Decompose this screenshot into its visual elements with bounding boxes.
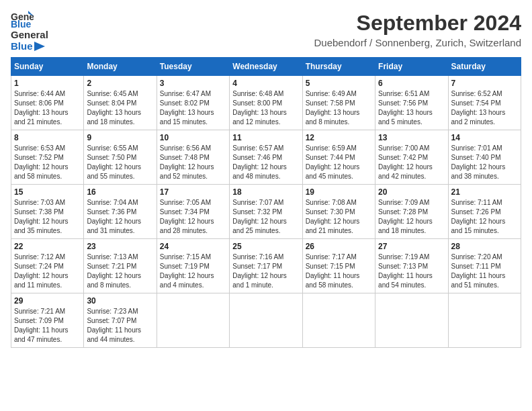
logo-general: General	[11, 30, 48, 41]
table-row: 13 Sunrise: 7:00 AM Sunset: 7:42 PM Dayl…	[375, 130, 448, 185]
day-number: 24	[160, 242, 226, 251]
table-row: 20 Sunrise: 7:09 AM Sunset: 7:28 PM Dayl…	[375, 185, 448, 239]
table-row: 24 Sunrise: 7:15 AM Sunset: 7:19 PM Dayl…	[157, 239, 229, 293]
title-area: September 2024 Duebendorf / Sonnenberg, …	[314, 11, 521, 48]
table-row	[375, 293, 448, 348]
day-number: 13	[378, 133, 445, 142]
cell-info: Sunrise: 7:17 AM Sunset: 7:15 PM Dayligh…	[306, 253, 372, 290]
table-row: 11 Sunrise: 6:57 AM Sunset: 7:46 PM Dayl…	[230, 130, 302, 185]
cell-info: Sunrise: 7:09 AM Sunset: 7:28 PM Dayligh…	[378, 198, 445, 236]
cell-info: Sunrise: 6:51 AM Sunset: 7:56 PM Dayligh…	[378, 89, 445, 127]
day-number: 18	[232, 187, 299, 197]
cell-info: Sunrise: 6:59 AM Sunset: 7:44 PM Dayligh…	[306, 144, 372, 181]
month-title: September 2024	[314, 11, 521, 36]
week-row-3: 15 Sunrise: 7:03 AM Sunset: 7:38 PM Dayl…	[11, 185, 521, 239]
day-number: 16	[87, 187, 153, 197]
week-row-1: 1 Sunrise: 6:44 AM Sunset: 8:06 PM Dayli…	[11, 76, 521, 130]
day-number: 1	[14, 79, 81, 88]
table-row: 22 Sunrise: 7:12 AM Sunset: 7:24 PM Dayl…	[11, 239, 84, 293]
cell-info: Sunrise: 7:21 AM Sunset: 7:09 PM Dayligh…	[14, 307, 81, 345]
table-row	[448, 293, 521, 348]
col-tuesday: Tuesday	[157, 58, 229, 76]
day-number: 5	[306, 79, 372, 88]
cell-info: Sunrise: 7:03 AM Sunset: 7:38 PM Dayligh…	[14, 198, 81, 236]
table-row: 3 Sunrise: 6:47 AM Sunset: 8:02 PM Dayli…	[157, 76, 229, 130]
day-number: 30	[87, 296, 153, 306]
cell-info: Sunrise: 6:44 AM Sunset: 8:06 PM Dayligh…	[14, 89, 81, 127]
day-number: 20	[378, 187, 445, 197]
day-number: 26	[306, 242, 372, 251]
day-number: 23	[87, 242, 153, 251]
page-header: General Blue General Blue September 2024…	[11, 11, 521, 52]
table-row: 1 Sunrise: 6:44 AM Sunset: 8:06 PM Dayli…	[11, 76, 84, 130]
table-row: 10 Sunrise: 6:56 AM Sunset: 7:48 PM Dayl…	[157, 130, 229, 185]
table-row: 28 Sunrise: 7:20 AM Sunset: 7:11 PM Dayl…	[448, 239, 521, 293]
cell-info: Sunrise: 6:49 AM Sunset: 7:58 PM Dayligh…	[306, 89, 372, 127]
calendar-table: Sunday Monday Tuesday Wednesday Thursday…	[11, 57, 521, 348]
logo-icon: General Blue	[11, 11, 34, 28]
day-number: 11	[232, 133, 299, 142]
day-number: 9	[87, 133, 153, 142]
logo-chevron-icon	[34, 42, 45, 51]
calendar-header-row: Sunday Monday Tuesday Wednesday Thursday…	[11, 58, 521, 76]
cell-info: Sunrise: 7:07 AM Sunset: 7:32 PM Dayligh…	[232, 198, 299, 236]
cell-info: Sunrise: 7:01 AM Sunset: 7:40 PM Dayligh…	[451, 144, 518, 181]
col-friday: Friday	[375, 58, 448, 76]
table-row: 23 Sunrise: 7:13 AM Sunset: 7:21 PM Dayl…	[84, 239, 157, 293]
table-row: 4 Sunrise: 6:48 AM Sunset: 8:00 PM Dayli…	[230, 76, 302, 130]
cell-info: Sunrise: 7:23 AM Sunset: 7:07 PM Dayligh…	[87, 307, 153, 345]
cell-info: Sunrise: 7:19 AM Sunset: 7:13 PM Dayligh…	[378, 253, 445, 290]
cell-info: Sunrise: 7:00 AM Sunset: 7:42 PM Dayligh…	[378, 144, 445, 181]
day-number: 15	[14, 187, 81, 197]
day-number: 12	[306, 133, 372, 142]
table-row: 8 Sunrise: 6:53 AM Sunset: 7:52 PM Dayli…	[11, 130, 84, 185]
table-row: 19 Sunrise: 7:08 AM Sunset: 7:30 PM Dayl…	[302, 185, 375, 239]
table-row: 29 Sunrise: 7:21 AM Sunset: 7:09 PM Dayl…	[11, 293, 84, 348]
col-monday: Monday	[84, 58, 157, 76]
table-row: 26 Sunrise: 7:17 AM Sunset: 7:15 PM Dayl…	[302, 239, 375, 293]
day-number: 4	[232, 79, 299, 88]
day-number: 22	[14, 242, 81, 251]
table-row: 27 Sunrise: 7:19 AM Sunset: 7:13 PM Dayl…	[375, 239, 448, 293]
day-number: 21	[451, 187, 518, 197]
table-row: 25 Sunrise: 7:16 AM Sunset: 7:17 PM Dayl…	[230, 239, 302, 293]
day-number: 17	[160, 187, 226, 197]
col-sunday: Sunday	[11, 58, 84, 76]
cell-info: Sunrise: 7:12 AM Sunset: 7:24 PM Dayligh…	[14, 253, 81, 290]
cell-info: Sunrise: 6:45 AM Sunset: 8:04 PM Dayligh…	[87, 89, 153, 127]
day-number: 29	[14, 296, 81, 306]
day-number: 6	[378, 79, 445, 88]
table-row: 17 Sunrise: 7:05 AM Sunset: 7:34 PM Dayl…	[157, 185, 229, 239]
cell-info: Sunrise: 7:11 AM Sunset: 7:26 PM Dayligh…	[451, 198, 518, 236]
table-row: 6 Sunrise: 6:51 AM Sunset: 7:56 PM Dayli…	[375, 76, 448, 130]
table-row: 7 Sunrise: 6:52 AM Sunset: 7:54 PM Dayli…	[448, 76, 521, 130]
table-row: 18 Sunrise: 7:07 AM Sunset: 7:32 PM Dayl…	[230, 185, 302, 239]
cell-info: Sunrise: 7:08 AM Sunset: 7:30 PM Dayligh…	[306, 198, 372, 236]
week-row-4: 22 Sunrise: 7:12 AM Sunset: 7:24 PM Dayl…	[11, 239, 521, 293]
svg-text:Blue: Blue	[11, 19, 32, 28]
location-subtitle: Duebendorf / Sonnenberg, Zurich, Switzer…	[314, 37, 521, 48]
table-row	[157, 293, 229, 348]
table-row	[302, 293, 375, 348]
table-row: 2 Sunrise: 6:45 AM Sunset: 8:04 PM Dayli…	[84, 76, 157, 130]
table-row: 16 Sunrise: 7:04 AM Sunset: 7:36 PM Dayl…	[84, 185, 157, 239]
cell-info: Sunrise: 6:53 AM Sunset: 7:52 PM Dayligh…	[14, 144, 81, 181]
col-saturday: Saturday	[448, 58, 521, 76]
day-number: 10	[160, 133, 226, 142]
cell-info: Sunrise: 6:48 AM Sunset: 8:00 PM Dayligh…	[232, 89, 299, 127]
week-row-5: 29 Sunrise: 7:21 AM Sunset: 7:09 PM Dayl…	[11, 293, 521, 348]
day-number: 14	[451, 133, 518, 142]
table-row: 30 Sunrise: 7:23 AM Sunset: 7:07 PM Dayl…	[84, 293, 157, 348]
table-row: 21 Sunrise: 7:11 AM Sunset: 7:26 PM Dayl…	[448, 185, 521, 239]
table-row: 15 Sunrise: 7:03 AM Sunset: 7:38 PM Dayl…	[11, 185, 84, 239]
day-number: 7	[451, 79, 518, 88]
week-row-2: 8 Sunrise: 6:53 AM Sunset: 7:52 PM Dayli…	[11, 130, 521, 185]
col-wednesday: Wednesday	[230, 58, 302, 76]
cell-info: Sunrise: 7:04 AM Sunset: 7:36 PM Dayligh…	[87, 198, 153, 236]
cell-info: Sunrise: 7:13 AM Sunset: 7:21 PM Dayligh…	[87, 253, 153, 290]
day-number: 2	[87, 79, 153, 88]
logo-blue: Blue	[11, 41, 48, 52]
cell-info: Sunrise: 6:47 AM Sunset: 8:02 PM Dayligh…	[160, 89, 226, 127]
day-number: 19	[306, 187, 372, 197]
day-number: 8	[14, 133, 81, 142]
